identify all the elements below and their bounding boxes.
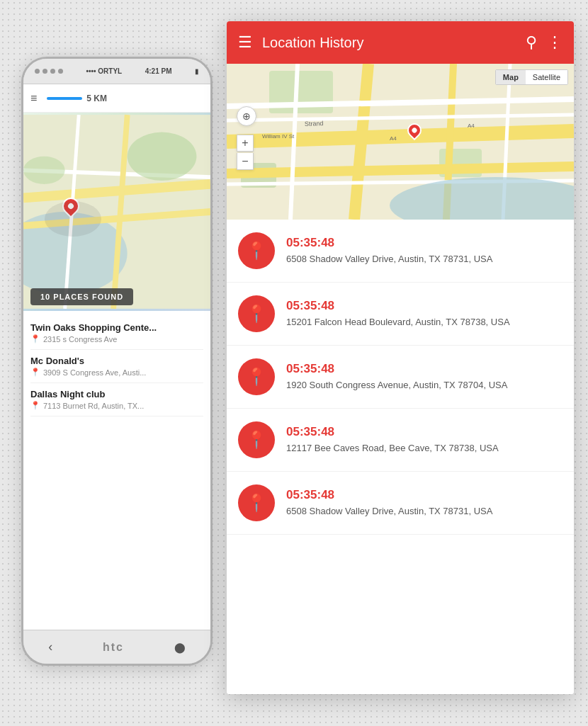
location-address: 6508 Shadow Valley Drive, Austin, TX 787… xyxy=(286,505,562,518)
phone-places-found-badge: 10 PLACES FOUND xyxy=(30,288,133,305)
phone-place-name: Twin Oaks Shopping Cente... xyxy=(30,322,203,333)
location-list-item: 📍 05:35:48 6508 Shadow Valley Drive, Aus… xyxy=(227,220,574,283)
app-title: Location History xyxy=(262,35,516,51)
svg-line-15 xyxy=(227,166,574,174)
map-type-selector: Map Satellite xyxy=(495,69,568,85)
phone-top-nav: ≡ 5 KM xyxy=(23,84,210,113)
phone-signal xyxy=(35,69,63,74)
location-list-item: 📍 05:35:48 15201 Falcon Head Boulevard, … xyxy=(227,283,574,346)
location-address: 1920 South Congress Avenue, Austin, TX 7… xyxy=(286,379,562,392)
location-time: 05:35:48 xyxy=(286,488,562,502)
phone-screen: ≡ 5 KM 10 PLACES xyxy=(23,84,210,630)
location-details: 05:35:48 1920 South Congress Avenue, Aus… xyxy=(286,362,562,392)
location-address: 15201 Falcon Head Boulevard, Austin, TX … xyxy=(286,316,562,329)
phone-device: •••• ORTYL 4:21 PM ▮ ≡ 5 KM xyxy=(21,57,213,666)
location-icon-circle: 📍 xyxy=(238,358,275,395)
location-details: 05:35:48 6508 Shadow Valley Drive, Austi… xyxy=(286,488,562,518)
map-type-satellite-button[interactable]: Satellite xyxy=(526,70,567,84)
phone-battery: ▮ xyxy=(195,67,199,75)
more-options-icon[interactable]: ⋮ xyxy=(547,33,562,52)
location-pin-icon: 📍 xyxy=(246,430,267,450)
phone-distance-bar: 5 KM xyxy=(47,93,107,103)
phone-place-addr: 📍 2315 s Congress Ave xyxy=(30,334,203,344)
distance-line xyxy=(47,97,82,100)
phone-list-item: Twin Oaks Shopping Cente... 📍 2315 s Con… xyxy=(30,317,203,350)
svg-point-8 xyxy=(23,157,65,184)
location-icon-circle: 📍 xyxy=(238,421,275,458)
location-pin-icon: 📍 xyxy=(246,367,267,387)
phone-place-addr-text: 3909 S Congress Ave, Austi... xyxy=(43,368,146,377)
search-icon[interactable]: ⚲ xyxy=(526,33,537,52)
phone-location-list: Twin Oaks Shopping Cente... 📍 2315 s Con… xyxy=(23,311,210,422)
location-list-item: 📍 05:35:48 1920 South Congress Avenue, A… xyxy=(227,346,574,409)
map-type-map-button[interactable]: Map xyxy=(496,70,526,84)
phone-place-addr: 📍 7113 Burnet Rd, Austin, TX... xyxy=(30,401,203,410)
phone-home-button[interactable]: ⬤ xyxy=(174,642,186,653)
phone-bottom-bar: ‹ htc ⬤ xyxy=(23,630,210,664)
location-time: 05:35:48 xyxy=(286,299,562,313)
location-icon-circle: 📍 xyxy=(238,295,275,332)
location-history-list: 📍 05:35:48 6508 Shadow Valley Drive, Aus… xyxy=(227,220,574,694)
location-address: 12117 Bee Caves Road, Bee Cave, TX 78738… xyxy=(286,442,562,455)
location-address: 6508 Shadow Valley Drive, Austin, TX 787… xyxy=(286,253,562,266)
phone-place-addr: 📍 3909 S Congress Ave, Austi... xyxy=(30,368,203,377)
phone-pin-icon-small: 📍 xyxy=(30,334,40,344)
location-time: 05:35:48 xyxy=(286,236,562,250)
location-list-item: 📍 05:35:48 12117 Bee Caves Road, Bee Cav… xyxy=(227,409,574,472)
location-icon-circle: 📍 xyxy=(238,484,275,521)
location-time: 05:35:48 xyxy=(286,362,562,376)
location-pin-icon: 📍 xyxy=(246,304,267,324)
location-details: 05:35:48 6508 Shadow Valley Drive, Austi… xyxy=(286,236,562,266)
location-details: 05:35:48 15201 Falcon Head Boulevard, Au… xyxy=(286,299,562,329)
location-details: 05:35:48 12117 Bee Caves Road, Bee Cave,… xyxy=(286,425,562,455)
phone-time: 4:21 PM xyxy=(145,67,172,75)
location-pin-icon: 📍 xyxy=(246,493,267,513)
app-panel: ☰ Location History ⚲ ⋮ xyxy=(227,21,574,694)
menu-icon[interactable]: ☰ xyxy=(238,33,252,52)
svg-text:Strand: Strand xyxy=(305,120,324,127)
phone-place-addr-text: 2315 s Congress Ave xyxy=(43,335,117,344)
phone-status-bar: •••• ORTYL 4:21 PM ▮ xyxy=(23,59,210,84)
location-list-item: 📍 05:35:48 6508 Shadow Valley Drive, Aus… xyxy=(227,472,574,535)
phone-brand-label: htc xyxy=(103,641,124,654)
map-compass-icon[interactable]: ⊕ xyxy=(237,106,256,126)
phone-place-addr-text: 7113 Burnet Rd, Austin, TX... xyxy=(43,402,144,410)
svg-point-7 xyxy=(128,132,197,181)
map-zoom-out-button[interactable]: − xyxy=(237,153,254,170)
phone-place-name: Dallas Night club xyxy=(30,389,203,399)
location-pin-icon: 📍 xyxy=(246,241,267,261)
phone-map: 10 PLACES FOUND xyxy=(23,113,210,311)
phone-back-button[interactable]: ‹ xyxy=(48,640,52,654)
phone-pin-icon-small: 📍 xyxy=(30,368,40,377)
app-toolbar: ☰ Location History ⚲ ⋮ xyxy=(227,21,574,64)
phone-map-radius-circle xyxy=(45,201,101,237)
app-map: Strand William IV St A4 A4 Map Satellite… xyxy=(227,64,574,220)
map-zoom-in-button[interactable]: + xyxy=(237,135,254,152)
phone-list-item: Mc Donald's 📍 3909 S Congress Ave, Austi… xyxy=(30,350,203,383)
phone-carrier: •••• ORTYL xyxy=(86,67,123,75)
svg-text:A4: A4 xyxy=(390,135,397,142)
phone-list-item: Dallas Night club 📍 7113 Burnet Rd, Aust… xyxy=(30,383,203,416)
svg-text:A4: A4 xyxy=(468,123,475,129)
phone-distance-label: 5 KM xyxy=(86,93,107,103)
location-icon-circle: 📍 xyxy=(238,232,275,269)
phone-pin-icon-small: 📍 xyxy=(30,401,40,410)
location-time: 05:35:48 xyxy=(286,425,562,439)
phone-place-name: Mc Donald's xyxy=(30,356,203,366)
phone-menu-icon[interactable]: ≡ xyxy=(30,92,37,105)
svg-text:William IV St: William IV St xyxy=(262,133,295,140)
